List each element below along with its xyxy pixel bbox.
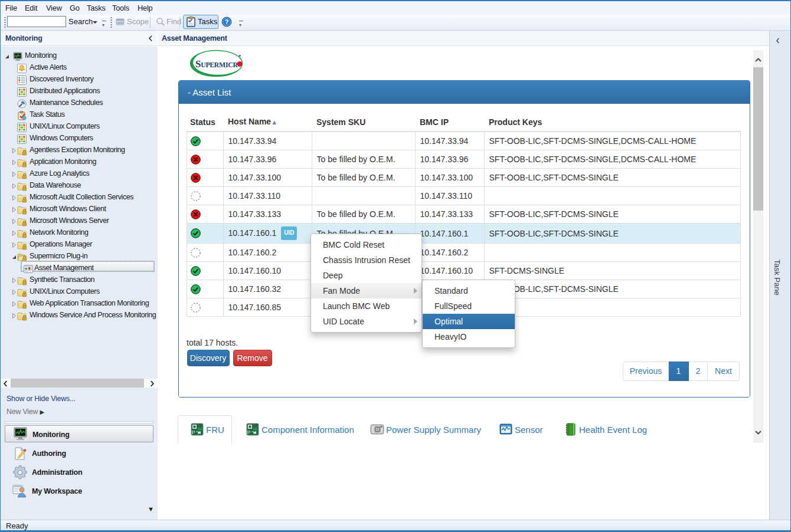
svg-text:?: ? bbox=[225, 18, 229, 25]
